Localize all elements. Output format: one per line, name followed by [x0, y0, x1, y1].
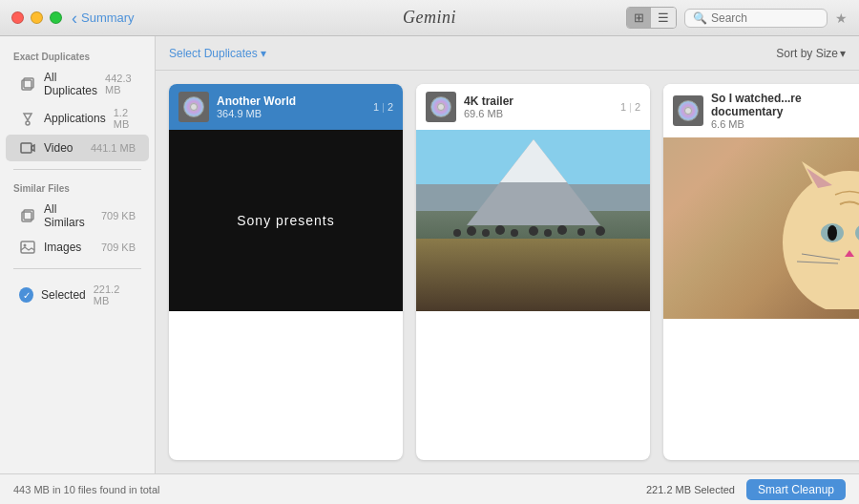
- traffic-lights: [11, 11, 62, 24]
- file-preview-0: Sony presents: [169, 130, 403, 311]
- sort-by-button[interactable]: Sort by Size ▾: [776, 47, 846, 60]
- dvd-icon-0: [183, 96, 204, 117]
- file-count-1: 1 | 2: [620, 101, 640, 113]
- search-icon: 🔍: [693, 11, 707, 25]
- file-thumb-1: [426, 92, 456, 122]
- grid-icon: ⊞: [634, 10, 644, 25]
- sidebar-item-images[interactable]: Images 709 KB: [6, 234, 149, 261]
- sort-chevron: ▾: [840, 47, 846, 60]
- count-divider-1: |: [629, 101, 632, 113]
- list-view-button[interactable]: ☰: [651, 8, 676, 28]
- selected-size-text: 221.2 MB Selected: [646, 484, 735, 495]
- selected-size: 221.2 MB: [94, 284, 136, 306]
- svg-rect-3: [21, 143, 31, 153]
- file-name-2: So I watched...re documentary: [711, 92, 859, 118]
- search-input[interactable]: [711, 11, 807, 25]
- applications-size: 1.2 MB: [114, 107, 136, 130]
- select-duplicates-chevron: ▾: [261, 47, 266, 60]
- file-preview-2: [663, 137, 859, 319]
- video-size: 441.1 MB: [91, 142, 136, 154]
- titlebar: ‹ Summary Gemini ⊞ ☰ 🔍 ★: [0, 0, 859, 36]
- statusbar: 443 MB in 10 files found in total 221.2 …: [0, 473, 859, 504]
- savanna-ground: [416, 239, 650, 311]
- sidebar-item-all-similars[interactable]: All Similars 709 KB: [6, 198, 149, 234]
- file-size-0: 364.9 MB: [217, 108, 366, 119]
- all-duplicates-label: All Duplicates: [44, 71, 97, 97]
- exact-duplicates-section-label: Exact Duplicates: [0, 46, 155, 66]
- sidebar-divider-2: [13, 268, 141, 269]
- cat-video-preview: [663, 137, 859, 319]
- animals-silhouette: [440, 223, 627, 242]
- all-similars-label: All Similars: [44, 202, 94, 229]
- file-card-1[interactable]: 4K trailer 69.6 MB 1 | 2: [416, 84, 650, 460]
- content-toolbar: Select Duplicates ▾ Sort by Size ▾: [156, 36, 859, 71]
- list-icon: ☰: [658, 10, 669, 25]
- cat-svg: [764, 147, 859, 309]
- sort-by-label: Sort by Size: [776, 47, 838, 60]
- sidebar-item-all-duplicates[interactable]: All Duplicates 442.3 MB: [6, 66, 149, 102]
- sidebar-item-applications[interactable]: Applications 1.2 MB: [6, 102, 149, 135]
- file-info-0: Another World 364.9 MB: [217, 94, 366, 119]
- similar-files-section-label: Similar Files: [0, 178, 155, 198]
- images-size: 709 KB: [101, 242, 136, 253]
- file-name-0: Another World: [217, 94, 366, 108]
- sidebar-item-video[interactable]: Video 441.1 MB: [6, 135, 149, 161]
- main-layout: Exact Duplicates All Duplicates 442.3 MB…: [0, 36, 859, 473]
- file-name-1: 4K trailer: [464, 94, 613, 108]
- content-grid: Another World 364.9 MB 1 | 2 Sony presen…: [156, 71, 859, 473]
- count-divider-0: |: [382, 101, 385, 113]
- close-button[interactable]: [11, 11, 24, 24]
- selected-check-icon: ✓: [19, 287, 33, 303]
- content-area: Select Duplicates ▾ Sort by Size ▾ Anoth…: [156, 36, 859, 473]
- svg-point-7: [24, 244, 27, 247]
- view-toggle: ⊞ ☰: [626, 7, 677, 29]
- file-size-2: 6.6 MB: [711, 118, 859, 130]
- star-icon: ★: [835, 10, 848, 26]
- file-card-2[interactable]: So I watched...re documentary 6.6 MB 1 |…: [663, 84, 859, 460]
- minimize-button[interactable]: [31, 11, 43, 24]
- video-icon: [19, 139, 36, 157]
- file-thumb-0: [178, 92, 209, 122]
- window-title: Summary: [81, 10, 135, 25]
- selected-label: Selected: [41, 288, 86, 302]
- svg-point-2: [26, 121, 30, 125]
- mountain-video-preview: [416, 130, 650, 311]
- applications-label: Applications: [44, 112, 106, 125]
- file-count-0: 1 | 2: [373, 101, 393, 113]
- grid-view-button[interactable]: ⊞: [627, 8, 651, 28]
- all-similars-icon: [19, 207, 36, 224]
- mountain-snow: [500, 139, 567, 182]
- applications-icon: [19, 110, 36, 127]
- count-total-0: 2: [388, 101, 393, 113]
- app-logo: Gemini: [403, 8, 456, 28]
- select-duplicates-button[interactable]: Select Duplicates ▾: [169, 47, 266, 60]
- sidebar: Exact Duplicates All Duplicates 442.3 MB…: [0, 36, 156, 473]
- all-duplicates-size: 442.3 MB: [105, 73, 136, 95]
- sidebar-selected: ✓ Selected 221.2 MB: [6, 277, 149, 313]
- smart-cleanup-button[interactable]: Smart Cleanup: [746, 479, 846, 500]
- file-size-1: 69.6 MB: [464, 108, 613, 119]
- svg-rect-6: [21, 242, 34, 253]
- file-card-0[interactable]: Another World 364.9 MB 1 | 2 Sony presen…: [169, 84, 403, 460]
- count-total-1: 2: [635, 101, 640, 113]
- file-card-header-2: So I watched...re documentary 6.6 MB 1 |…: [663, 84, 859, 137]
- dvd-icon-2: [678, 100, 699, 121]
- dark-video-preview: Sony presents: [169, 130, 403, 311]
- star-button[interactable]: ★: [835, 10, 848, 26]
- status-right: 221.2 MB Selected Smart Cleanup: [646, 479, 846, 500]
- sidebar-divider: [13, 169, 141, 170]
- file-info-2: So I watched...re documentary 6.6 MB: [711, 92, 859, 130]
- file-thumb-2: [673, 95, 703, 126]
- count-current-0: 1: [373, 101, 379, 113]
- status-total-text: 443 MB in 10 files found in total: [13, 484, 159, 495]
- file-card-header-0: Another World 364.9 MB 1 | 2: [169, 84, 403, 130]
- dvd-icon-1: [430, 96, 451, 117]
- search-bar: 🔍: [684, 9, 828, 28]
- maximize-button[interactable]: [50, 11, 62, 24]
- preview-text-0: Sony presents: [237, 213, 335, 228]
- all-similars-size: 709 KB: [101, 210, 136, 221]
- back-button[interactable]: ‹: [72, 10, 77, 27]
- images-icon: [19, 239, 36, 256]
- titlebar-right: ⊞ ☰ 🔍 ★: [626, 7, 848, 29]
- select-duplicates-label: Select Duplicates: [169, 47, 258, 60]
